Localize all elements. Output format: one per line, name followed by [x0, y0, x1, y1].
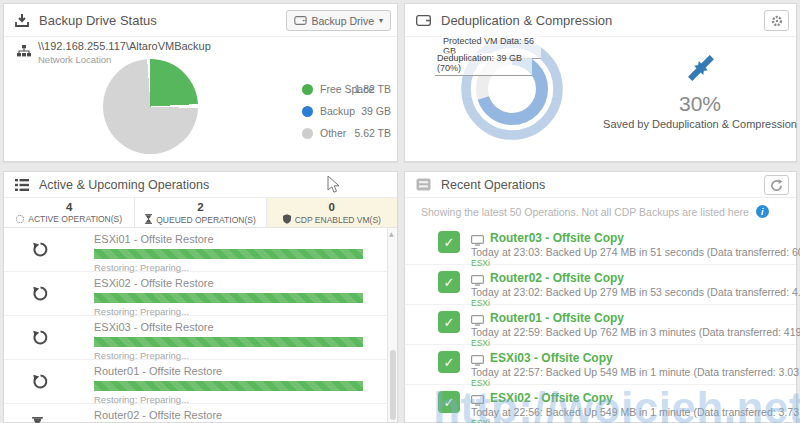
info-icon[interactable]: i: [756, 205, 769, 218]
tasks-icon: [15, 179, 29, 191]
panel-title: Recent Operations: [441, 178, 545, 192]
tab-label: ACTIVE OPERATION(S): [28, 214, 122, 224]
spinner-icon: [16, 215, 24, 223]
operation-detail: Today at 23:03: Backed Up 274 MB in 51 s…: [471, 246, 800, 258]
operation-detail: Today at 22:59: Backed Up 762 MB in 3 mi…: [471, 326, 800, 338]
panel-active-operations: Active & Upcoming Operations 4 ACTIVE OP…: [3, 171, 398, 423]
scroll-up-icon[interactable]: ▲: [389, 230, 394, 237]
operation-title: Router02 - Offsite Restore: [94, 409, 222, 421]
operation-title: ESXi01 - Offsite Restore: [94, 233, 214, 245]
tab-count: 0: [267, 201, 397, 213]
tab-label: CDP ENABLED VM(S): [295, 215, 381, 225]
panel-header: Deduplication & Compression: [405, 4, 796, 37]
mouse-cursor: [327, 175, 340, 198]
savings-caption: Saved by Deduplication & Compression: [580, 118, 800, 130]
legend-value: 5.62 TB: [354, 127, 391, 139]
scrollbar-thumb[interactable]: [390, 350, 396, 420]
success-check-icon: ✓: [438, 351, 460, 373]
operation-title: Router03 - Offsite Copy: [490, 231, 624, 245]
refresh-button[interactable]: [764, 175, 789, 195]
download-tray-icon: [15, 13, 29, 27]
list-item: ESXi03 - Offsite Restore Restoring: Prep…: [4, 316, 387, 360]
legend-label: Other: [320, 127, 346, 139]
panel-backup-drive-status: Backup Drive Status Backup Drive ▾ \\192…: [3, 3, 398, 162]
hypervisor-tag: ESXi: [471, 418, 490, 423]
compress-icon: [681, 48, 721, 92]
success-check-icon: ✓: [438, 391, 460, 413]
tab-count: 4: [4, 201, 134, 213]
list-item: ESXi02 - Offsite Restore Restoring: Prep…: [4, 272, 387, 316]
tab-count: 2: [135, 201, 265, 213]
location-path: \\192.168.255.117\AltaroVMBackup: [38, 40, 211, 52]
operation-title: ESXi03 - Offsite Restore: [94, 321, 214, 333]
tab-label: QUEUED OPERATION(S): [156, 215, 256, 225]
operation-title: Router01 - Offsite Copy: [490, 311, 624, 325]
location-type: Network Location: [38, 54, 211, 65]
legend-item-other: Other 5.62 TB: [302, 122, 391, 144]
inner-ring-label: Deduplication: 39 GB (70%): [435, 53, 532, 76]
dashboard: Backup Drive Status Backup Drive ▾ \\192…: [0, 0, 800, 423]
settings-button[interactable]: [764, 10, 789, 31]
panel-header: Recent Operations: [405, 172, 796, 198]
restore-icon: [32, 373, 49, 394]
active-operations-list: ESXi01 - Offsite Restore Restoring: Prep…: [4, 228, 387, 422]
operation-title: ESXi02 - Offsite Restore: [94, 277, 214, 289]
list-item: ✓ Router01 - Offsite Copy Today at 22:59…: [405, 305, 796, 345]
panel-recent-operations: Recent Operations Showing the latest 50 …: [404, 171, 797, 423]
restore-icon: [32, 329, 49, 350]
list-item: ✓ Router02 - Offsite Copy Today at 23:02…: [405, 265, 796, 305]
drive-usage-pie-chart: [103, 59, 198, 154]
list-item: ESXi01 - Offsite Restore Restoring: Prep…: [4, 228, 387, 272]
success-check-icon: ✓: [438, 271, 460, 293]
restore-icon: [32, 241, 49, 262]
operation-title: Router01 - Offsite Restore: [94, 365, 222, 377]
list-item: ✓ Router03 - Offsite Copy Today at 23:03…: [405, 225, 796, 265]
tab-cdp-enabled-vms[interactable]: 0 CDP ENABLED VM(S): [267, 198, 397, 227]
tab-queued-operations[interactable]: 2 QUEUED OPERATION(S): [135, 198, 266, 227]
recent-operations-notice: Showing the latest 50 Operations. Not al…: [421, 205, 769, 218]
legend-item-backup: Backup 39 GB: [302, 100, 391, 122]
progress-bar: [94, 249, 363, 259]
progress-bar: [94, 381, 363, 391]
sitemap-icon: [17, 43, 31, 65]
legend-dot: [302, 106, 313, 117]
caret-down-icon: ▾: [379, 16, 383, 25]
pie-legend: Free Space 1.82 TB Backup 39 GB Other 5.…: [302, 78, 391, 144]
scrollbar[interactable]: ▲: [387, 228, 397, 422]
operation-title: Router02 - Offsite Copy: [490, 271, 624, 285]
operation-detail: Today at 23:02: Backed Up 279 MB in 53 s…: [471, 286, 800, 298]
progress-bar: [94, 293, 363, 303]
notice-text: Showing the latest 50 Operations. Not al…: [421, 206, 749, 218]
operation-detail: Today at 22:57: Backed Up 549 MB in 1 mi…: [471, 366, 800, 378]
success-check-icon: ✓: [438, 311, 460, 333]
gear-icon: [771, 15, 783, 27]
restore-icon: [32, 285, 49, 306]
legend-item-free-space: Free Space 1.82 TB: [302, 78, 391, 100]
legend-dot: [302, 128, 313, 139]
operations-tabs: 4 ACTIVE OPERATION(S) 2 QUEUED OPERATION…: [4, 198, 397, 228]
hourglass-icon: [145, 214, 152, 226]
backup-drive-dropdown[interactable]: Backup Drive ▾: [286, 10, 391, 31]
legend-label: Backup: [320, 105, 355, 117]
network-location: \\192.168.255.117\AltaroVMBackup Network…: [17, 40, 211, 65]
list-item: Router01 - Offsite Restore Restoring: Pr…: [4, 360, 387, 404]
operation-detail: Today at 22:56: Backed Up 549 MB in 1 mi…: [471, 406, 800, 418]
list-item: ✓ ESXi02 - Offsite Copy Today at 22:56: …: [405, 385, 796, 423]
panel-deduplication: Deduplication & Compression Protected VM…: [404, 3, 797, 162]
operation-title: ESXi03 - Offsite Copy: [490, 351, 613, 365]
dropdown-label: Backup Drive: [312, 15, 374, 27]
success-check-icon: ✓: [438, 231, 460, 253]
panel-title: Deduplication & Compression: [441, 13, 612, 28]
hdd-icon: [416, 15, 431, 26]
panel-header: Backup Drive Status Backup Drive ▾: [4, 4, 397, 37]
operation-title: ESXi02 - Offsite Copy: [490, 391, 613, 405]
panel-title: Active & Upcoming Operations: [39, 178, 209, 192]
panel-title: Backup Drive Status: [39, 13, 157, 28]
legend-value: 1.82 TB: [354, 83, 391, 95]
tab-active-operations[interactable]: 4 ACTIVE OPERATION(S): [4, 198, 135, 227]
legend-dot: [302, 84, 313, 95]
legend-value: 39 GB: [361, 105, 391, 117]
progress-bar: [94, 337, 363, 347]
list-item: Router02 - Offsite Restore Offsite Resto…: [4, 404, 387, 423]
shield-icon: [283, 214, 291, 226]
